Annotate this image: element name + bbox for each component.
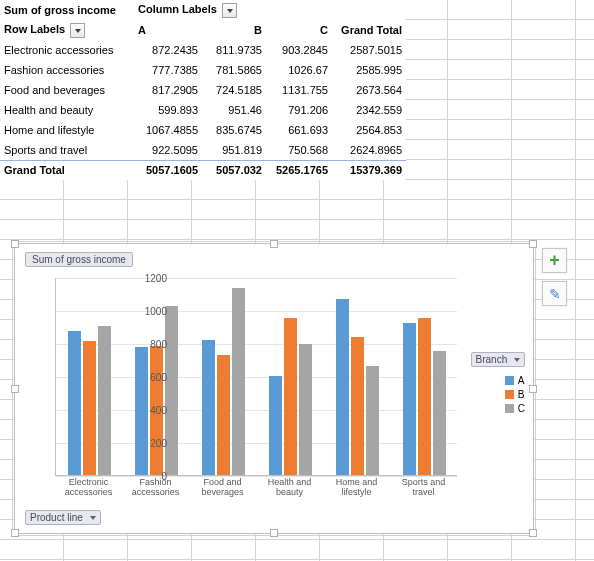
resize-handle[interactable] bbox=[529, 529, 537, 537]
bar-group bbox=[190, 288, 257, 475]
cell-value[interactable]: 2342.559 bbox=[332, 100, 406, 120]
pivot-measure-label: Sum of gross income bbox=[0, 0, 134, 20]
cell-value[interactable]: 2624.8965 bbox=[332, 140, 406, 160]
table-row: Health and beauty 599.893 951.46 791.206… bbox=[0, 100, 406, 120]
bar[interactable] bbox=[403, 323, 416, 475]
grand-total-label[interactable]: Grand Total bbox=[0, 160, 134, 180]
legend-item[interactable]: C bbox=[505, 403, 525, 414]
cell-value[interactable]: 1131.755 bbox=[266, 80, 332, 100]
resize-handle[interactable] bbox=[11, 385, 19, 393]
grand-total-value[interactable]: 5265.1765 bbox=[266, 160, 332, 180]
resize-handle[interactable] bbox=[270, 240, 278, 248]
legend-item[interactable]: B bbox=[505, 389, 525, 400]
legend-swatch-C bbox=[505, 404, 514, 413]
resize-handle[interactable] bbox=[529, 240, 537, 248]
resize-handle[interactable] bbox=[270, 529, 278, 537]
legend-swatch-B bbox=[505, 390, 514, 399]
values-filter-pill: Sum of gross income bbox=[25, 252, 133, 267]
chart-legend-filter[interactable]: Branch bbox=[471, 352, 525, 367]
bar-group bbox=[257, 318, 324, 475]
bar-group bbox=[123, 306, 190, 475]
plus-icon: + bbox=[549, 250, 560, 271]
cell-value[interactable]: 951.46 bbox=[202, 100, 266, 120]
bar[interactable] bbox=[83, 341, 96, 475]
bar[interactable] bbox=[232, 288, 245, 475]
cell-value[interactable]: 2673.564 bbox=[332, 80, 406, 100]
brush-icon: ✎ bbox=[549, 286, 561, 302]
bar[interactable] bbox=[336, 299, 349, 475]
grand-total-value[interactable]: 5057.1605 bbox=[134, 160, 202, 180]
legend-label: C bbox=[518, 403, 525, 414]
cell-value[interactable]: 817.2905 bbox=[134, 80, 202, 100]
pivot-table: Sum of gross income Column Labels Row La… bbox=[0, 0, 405, 180]
grand-total-value[interactable]: 15379.369 bbox=[332, 160, 406, 180]
cell-value[interactable]: 903.2845 bbox=[266, 40, 332, 60]
cell-value[interactable]: 661.693 bbox=[266, 120, 332, 140]
row-label[interactable]: Electronic accessories bbox=[0, 40, 134, 60]
pivot-rows-label: Row Labels bbox=[4, 23, 65, 35]
chart-axis-filter[interactable]: Product line bbox=[25, 510, 101, 525]
cell-value[interactable]: 2587.5015 bbox=[332, 40, 406, 60]
cell-value[interactable]: 835.6745 bbox=[202, 120, 266, 140]
bar[interactable] bbox=[284, 318, 297, 475]
bar[interactable] bbox=[68, 331, 81, 475]
col-header-C: C bbox=[266, 20, 332, 40]
cell-value[interactable]: 791.206 bbox=[266, 100, 332, 120]
pivot-rows-label-cell: Row Labels bbox=[0, 20, 134, 40]
cell-value[interactable]: 2564.853 bbox=[332, 120, 406, 140]
bar[interactable] bbox=[165, 306, 178, 475]
row-label[interactable]: Health and beauty bbox=[0, 100, 134, 120]
x-tick-label: Home andlifestyle bbox=[323, 478, 390, 498]
resize-handle[interactable] bbox=[529, 385, 537, 393]
resize-handle[interactable] bbox=[11, 529, 19, 537]
cell-value[interactable]: 951.819 bbox=[202, 140, 266, 160]
x-tick-label: Sports andtravel bbox=[390, 478, 457, 498]
bar-group bbox=[56, 326, 123, 475]
col-header-B: B bbox=[202, 20, 266, 40]
cell-value[interactable]: 1026.67 bbox=[266, 60, 332, 80]
grand-total-value[interactable]: 5057.032 bbox=[202, 160, 266, 180]
bar[interactable] bbox=[433, 351, 446, 475]
bar[interactable] bbox=[351, 337, 364, 475]
bar[interactable] bbox=[217, 355, 230, 475]
row-label[interactable]: Food and beverages bbox=[0, 80, 134, 100]
cell-value[interactable]: 922.5095 bbox=[134, 140, 202, 160]
cell-value[interactable]: 1067.4855 bbox=[134, 120, 202, 140]
y-tick-label: 1000 bbox=[137, 306, 167, 317]
bar[interactable] bbox=[418, 318, 431, 475]
legend-filter-label: Branch bbox=[476, 354, 508, 365]
column-labels-dropdown[interactable] bbox=[222, 3, 237, 18]
cell-value[interactable]: 811.9735 bbox=[202, 40, 266, 60]
row-label[interactable]: Home and lifestyle bbox=[0, 120, 134, 140]
cell-value[interactable]: 599.893 bbox=[134, 100, 202, 120]
row-label[interactable]: Fashion accessories bbox=[0, 60, 134, 80]
x-tick-label: Fashionaccessories bbox=[122, 478, 189, 498]
bar[interactable] bbox=[269, 376, 282, 475]
table-row: Food and beverages 817.2905 724.5185 113… bbox=[0, 80, 406, 100]
bar[interactable] bbox=[299, 344, 312, 475]
row-labels-dropdown[interactable] bbox=[70, 23, 85, 38]
y-tick-label: 400 bbox=[137, 405, 167, 416]
resize-handle[interactable] bbox=[11, 240, 19, 248]
cell-value[interactable]: 872.2435 bbox=[134, 40, 202, 60]
cell-value[interactable]: 724.5185 bbox=[202, 80, 266, 100]
pivot-chart[interactable]: Sum of gross income Branch A B C 0200400… bbox=[14, 243, 534, 534]
legend-item[interactable]: A bbox=[505, 375, 525, 386]
cell-value[interactable]: 777.7385 bbox=[134, 60, 202, 80]
bar[interactable] bbox=[202, 340, 215, 475]
row-label[interactable]: Sports and travel bbox=[0, 140, 134, 160]
chart-plot-area bbox=[55, 278, 457, 476]
chart-styles-button[interactable]: ✎ bbox=[542, 281, 567, 306]
bar[interactable] bbox=[366, 366, 379, 475]
chart-values-filter[interactable]: Sum of gross income bbox=[25, 252, 133, 267]
y-tick-label: 200 bbox=[137, 438, 167, 449]
chart-elements-button[interactable]: + bbox=[542, 248, 567, 273]
cell-value[interactable]: 2585.995 bbox=[332, 60, 406, 80]
cell-value[interactable]: 750.568 bbox=[266, 140, 332, 160]
cell-value[interactable]: 781.5865 bbox=[202, 60, 266, 80]
bar[interactable] bbox=[98, 326, 111, 475]
table-row: Home and lifestyle 1067.4855 835.6745 66… bbox=[0, 120, 406, 140]
table-row: Sports and travel 922.5095 951.819 750.5… bbox=[0, 140, 406, 160]
chevron-down-icon bbox=[90, 516, 96, 520]
bar-group bbox=[324, 299, 391, 475]
